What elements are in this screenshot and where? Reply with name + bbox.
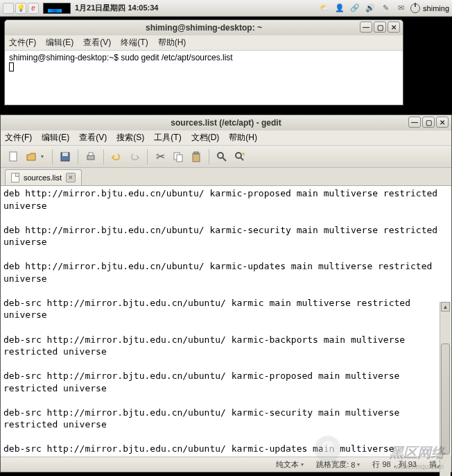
find-replace-button[interactable] [232,148,248,165]
gedit-statusbar: 纯文本 ▾ 跳格宽度: 8 ▾ 行 98，列 93 插入 [1,457,451,472]
scrollbar-thumb[interactable] [441,343,450,454]
volume-icon[interactable]: 🔊 [365,3,376,13]
menu-view[interactable]: 查看(V) [83,37,111,49]
tray-icon-2[interactable]: 💡 [15,3,26,14]
print-button[interactable] [82,148,99,165]
terminal-title: shiming@shiming-desktop: ~ [146,23,262,33]
svg-point-11 [236,153,241,158]
redo-button[interactable] [126,148,143,165]
terminal-body[interactable]: shiming@shiming-desktop:~$ sudo gedit /e… [5,51,403,105]
tray-icon-3[interactable]: e [28,3,39,14]
menu-view[interactable]: 查看(V) [79,132,107,144]
user-menu[interactable]: shiming [410,3,449,13]
user-status-icon[interactable]: 👤 [334,3,345,13]
gedit-menubar: 文件(F) 编辑(E) 查看(V) 搜索(S) 工具(T) 文档(D) 帮助(H… [1,130,451,146]
svg-rect-0 [10,152,17,161]
close-button[interactable]: ✕ [436,117,449,128]
find-button[interactable] [214,148,230,165]
status-tabwidth[interactable]: 跳格宽度: 8 ▾ [316,459,360,470]
svg-rect-8 [194,152,198,154]
edit-icon[interactable]: ✎ [380,3,391,13]
gedit-titlebar[interactable]: sources.list (/etc/apt) - gedit — ▢ ✕ [1,115,451,130]
editor-textarea[interactable]: deb http://mirror.bjtu.edu.cn/ubuntu/ ka… [1,186,451,457]
terminal-titlebar[interactable]: shiming@shiming-desktop: ~ — ▢ ✕ [5,20,403,35]
open-dropdown[interactable]: ▾ [41,153,48,160]
menu-edit[interactable]: 编辑(E) [46,37,73,49]
maximize-button[interactable]: ▢ [422,117,435,128]
scroll-up-button[interactable]: ▲ [441,302,450,312]
tab-close-button[interactable]: ✕ [66,173,76,182]
paste-button[interactable] [188,148,205,165]
minimize-button[interactable]: — [408,117,421,128]
svg-point-9 [218,153,223,158]
menu-help[interactable]: 帮助(H) [229,132,257,144]
terminal-command: sudo gedit /etc/apt/sources.list [121,53,232,62]
svg-rect-6 [177,155,182,162]
menu-edit[interactable]: 编辑(E) [42,132,69,144]
menu-file[interactable]: 文件(F) [5,132,32,144]
tab-sources-list[interactable]: sources.list ✕ [5,169,82,185]
svg-line-12 [241,158,243,160]
menu-terminal[interactable]: 终端(T) [121,37,148,49]
mail-icon[interactable]: ✉ [395,3,406,13]
terminal-prompt: shiming@shiming-desktop:~$ [9,53,121,62]
taskbar-clock[interactable]: 1月21日星期四 14:05:34 [75,3,158,13]
terminal-menubar: 文件(F) 编辑(E) 查看(V) 终端(T) 帮助(H) [5,35,403,51]
terminal-window: shiming@shiming-desktop: ~ — ▢ ✕ 文件(F) 编… [4,19,403,105]
maximize-button[interactable]: ▢ [374,22,386,33]
gedit-title: sources.list (/etc/apt) - gedit [171,118,281,128]
weather-icon[interactable]: ⛅ [319,3,330,13]
svg-rect-7 [193,153,200,162]
power-icon [410,3,420,13]
close-button[interactable]: ✕ [388,22,400,33]
cpu-monitor-icon[interactable] [43,3,71,14]
status-syntax[interactable]: 纯文本 ▾ [276,459,304,470]
tray-icon-1[interactable] [3,3,14,14]
minimize-button[interactable]: — [360,22,372,33]
new-file-button[interactable] [5,148,21,165]
document-icon [11,173,19,182]
status-position: 行 98，列 93 [372,459,417,470]
desktop-taskbar: 💡 e 1月21日星期四 14:05:34 ⛅ 👤 🔗 🔊 ✎ ✉ shimin… [0,0,452,17]
vertical-scrollbar[interactable]: ▲ ▼ [440,302,451,476]
username-label: shiming [423,4,449,12]
svg-line-10 [223,158,226,161]
menu-search[interactable]: 搜索(S) [116,132,144,144]
menu-file[interactable]: 文件(F) [9,37,36,49]
menu-documents[interactable]: 文档(D) [191,132,220,144]
cut-button[interactable]: ✂ [152,148,168,165]
gedit-tabbar: sources.list ✕ [1,168,451,186]
svg-rect-2 [62,153,68,156]
open-button[interactable] [23,148,40,165]
svg-rect-3 [87,155,94,160]
menu-tools[interactable]: 工具(T) [154,132,181,144]
network-icon[interactable]: 🔗 [349,3,360,13]
menu-help[interactable]: 帮助(H) [158,37,186,49]
gedit-toolbar: ▾ ✂ [1,146,451,168]
save-button[interactable] [57,148,73,165]
svg-rect-4 [89,153,93,155]
undo-button[interactable] [108,148,125,165]
tab-label: sources.list [24,173,62,182]
copy-button[interactable] [170,148,186,165]
gedit-window: sources.list (/etc/apt) - gedit — ▢ ✕ 文件… [0,114,452,473]
terminal-cursor [9,62,14,71]
